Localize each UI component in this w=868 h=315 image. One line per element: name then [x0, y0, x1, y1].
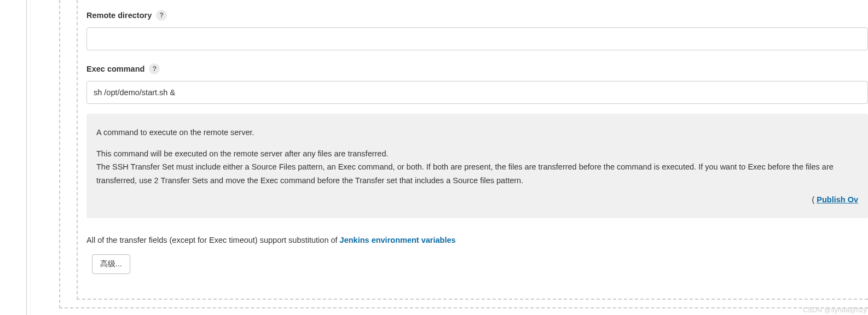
plugin-link-row: ( Publish Ov — [96, 193, 858, 207]
substitution-note: All of the transfer fields (except for E… — [86, 236, 868, 244]
plugin-link[interactable]: Publish Ov — [817, 195, 858, 204]
help-icon[interactable]: ? — [156, 10, 167, 21]
help-icon[interactable]: ? — [149, 63, 160, 74]
exec-command-help-box: A command to execute on the remote serve… — [86, 114, 868, 218]
exec-command-group: Exec command ? A command to execute on t… — [86, 63, 868, 218]
advanced-button[interactable]: 高级... — [92, 254, 130, 274]
help-text-line2: This command will be executed on the rem… — [96, 147, 858, 161]
help-text-line3: The SSH Transfer Set must include either… — [96, 160, 858, 187]
help-text-line1: A command to execute on the remote serve… — [96, 126, 858, 139]
exec-command-input[interactable] — [86, 81, 868, 104]
substitution-prefix: All of the transfer fields (except for E… — [86, 236, 340, 244]
remote-directory-group: Remote directory ? — [86, 10, 868, 50]
remote-directory-label: Remote directory — [86, 11, 152, 20]
paren-open: ( — [812, 195, 817, 204]
watermark: CSDN @synda@hzy — [803, 306, 867, 314]
exec-command-label: Exec command — [86, 65, 144, 73]
jenkins-env-vars-link[interactable]: Jenkins environment variables — [340, 236, 456, 244]
remote-directory-input[interactable] — [86, 27, 868, 50]
